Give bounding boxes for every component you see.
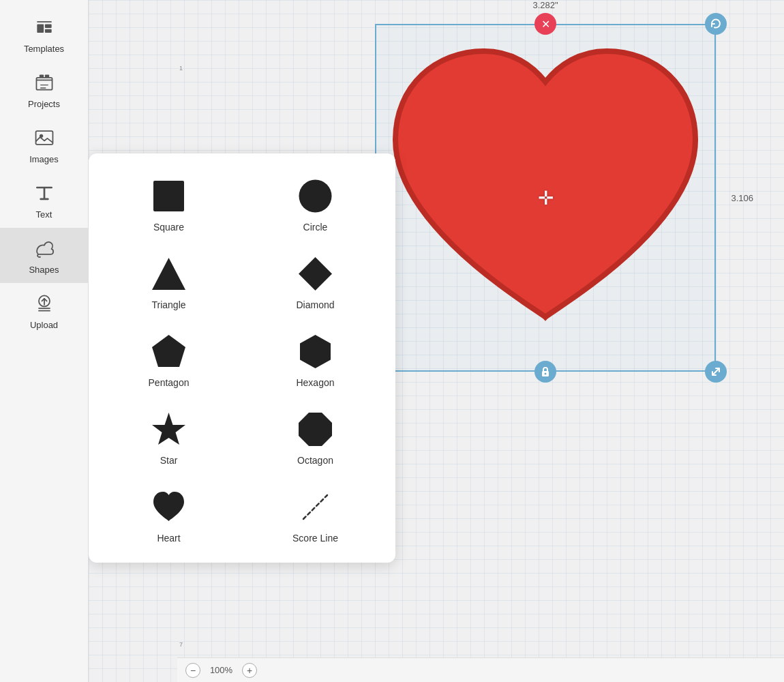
svg-rect-4	[39, 74, 43, 77]
shape-item-octagon[interactable]: Octagon	[249, 400, 382, 471]
heart-shape[interactable]	[375, 24, 716, 358]
sidebar-item-images[interactable]: Images	[0, 117, 88, 173]
text-label: Text	[36, 209, 52, 220]
ruler-mark-7: 7	[179, 641, 183, 648]
shapes-panel: Square Circle Triangle	[89, 153, 395, 563]
svg-point-12	[299, 179, 332, 212]
score-line-label: Score Line	[292, 533, 338, 544]
shape-item-diamond[interactable]: Diamond	[249, 245, 382, 316]
dimension-width-label: 3.282"	[532, 0, 558, 10]
sidebar-item-upload[interactable]: Upload	[0, 283, 88, 338]
heart-label: Heart	[157, 533, 180, 544]
projects-icon	[32, 70, 57, 95]
star-icon	[149, 409, 190, 449]
shapes-label: Shapes	[29, 265, 59, 275]
diamond-label: Diamond	[296, 299, 334, 310]
svg-marker-17	[152, 413, 185, 445]
bottom-bar: − 100% +	[177, 657, 784, 682]
score-line-icon	[295, 486, 336, 527]
delete-handle[interactable]: ✕	[534, 13, 556, 35]
svg-marker-16	[300, 335, 331, 368]
sidebar-item-templates[interactable]: Templates	[0, 7, 88, 62]
sidebar-item-shapes[interactable]: Shapes	[0, 228, 88, 283]
svg-marker-14	[299, 257, 332, 291]
templates-label: Templates	[24, 44, 64, 54]
svg-point-10	[545, 373, 547, 375]
shape-item-circle[interactable]: Circle	[249, 167, 382, 238]
octagon-icon	[295, 409, 336, 449]
svg-rect-6	[35, 131, 52, 145]
sidebar: Templates Projects Images	[0, 0, 89, 682]
upload-icon	[32, 291, 57, 316]
projects-label: Projects	[28, 99, 60, 109]
svg-line-19	[303, 495, 327, 519]
svg-marker-18	[299, 413, 332, 446]
svg-rect-1	[44, 25, 51, 28]
svg-marker-13	[152, 258, 185, 290]
hexagon-label: Hexagon	[296, 377, 334, 388]
square-label: Square	[153, 222, 184, 233]
lock-handle[interactable]	[534, 361, 556, 383]
circle-icon	[295, 175, 336, 216]
shape-item-pentagon[interactable]: Pentagon	[102, 323, 235, 394]
upload-label: Upload	[30, 320, 58, 330]
shapes-grid: Square Circle Triangle	[102, 167, 382, 549]
svg-rect-5	[44, 74, 48, 77]
images-icon	[32, 125, 57, 150]
star-label: Star	[160, 455, 178, 466]
shape-item-star[interactable]: Star	[102, 400, 235, 471]
triangle-icon	[149, 253, 190, 294]
images-label: Images	[29, 154, 59, 164]
shape-item-square[interactable]: Square	[102, 167, 235, 238]
shape-item-hexagon[interactable]: Hexagon	[249, 323, 382, 394]
text-icon	[32, 181, 57, 205]
heart-icon	[149, 486, 190, 527]
shape-item-score-line[interactable]: Score Line	[249, 478, 382, 549]
zoom-level-display: 100%	[206, 665, 237, 675]
shapes-icon	[32, 236, 57, 261]
dimension-height-label: 3.106	[731, 193, 753, 203]
rotate-handle[interactable]	[705, 13, 727, 35]
square-icon	[149, 175, 190, 216]
svg-rect-2	[44, 29, 51, 33]
triangle-label: Triangle	[151, 299, 185, 310]
zoom-in-button[interactable]: +	[242, 663, 257, 678]
shape-item-triangle[interactable]: Triangle	[102, 245, 235, 316]
shape-item-heart[interactable]: Heart	[102, 478, 235, 549]
sidebar-item-projects[interactable]: Projects	[0, 62, 88, 117]
resize-handle[interactable]	[705, 361, 727, 383]
pentagon-label: Pentagon	[149, 377, 190, 388]
zoom-out-button[interactable]: −	[185, 663, 200, 678]
svg-rect-0	[37, 25, 44, 33]
svg-marker-15	[152, 335, 185, 367]
diamond-icon	[295, 253, 336, 294]
svg-rect-11	[153, 181, 184, 211]
main-canvas-area: 1 7 3.282" 3.106 ✛ ✕	[89, 0, 784, 682]
templates-icon	[32, 15, 57, 40]
heart-selected-container[interactable]: 3.282" 3.106 ✛ ✕	[375, 24, 716, 372]
hexagon-icon	[295, 331, 336, 372]
octagon-label: Octagon	[297, 455, 333, 466]
sidebar-item-text[interactable]: Text	[0, 173, 88, 228]
ruler-mark-1: 1	[179, 65, 183, 72]
pentagon-icon	[149, 331, 190, 372]
circle-label: Circle	[303, 222, 328, 233]
